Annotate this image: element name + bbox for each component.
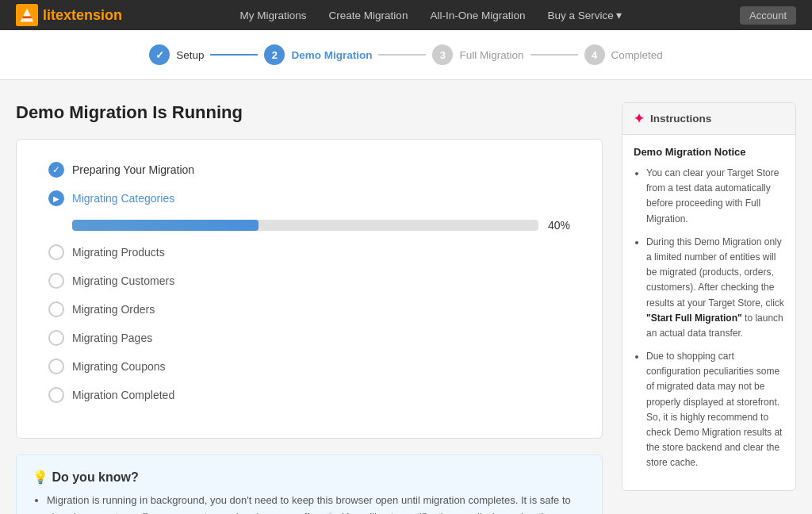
migration-box: ✓ Preparing Your Migration ▶ Migrating C…	[16, 139, 603, 439]
nav-links: My Migrations Create Migration All-In-On…	[146, 9, 716, 21]
step-1-label: Setup	[176, 49, 204, 61]
svg-rect-2	[22, 16, 31, 18]
progress-row: 40%	[72, 219, 570, 232]
mig-step-categories: ▶ Migrating Categories	[48, 190, 570, 206]
instructions-title: Instructions	[650, 113, 711, 125]
instructions-item-1: During this Demo Migration only a limite…	[646, 235, 784, 341]
mig-step-customers: Migrating Customers	[48, 273, 570, 289]
mig-label-5: Migrating Pages	[72, 332, 152, 344]
dyk-title: 💡 Do you know?	[33, 470, 586, 485]
progress-percent: 40%	[548, 219, 570, 232]
page-title: Demo Migration Is Running	[16, 102, 603, 123]
step-demo-migration: 2 Demo Migration	[264, 44, 372, 65]
mig-step-pages: Migrating Pages	[48, 330, 570, 346]
step-4-label: Completed	[611, 49, 663, 61]
progress-bar-bg	[72, 220, 538, 231]
nav-all-in-one[interactable]: All-In-One Migration	[430, 10, 525, 21]
notice-title: Demo Migration Notice	[634, 146, 784, 158]
brand-logo-icon	[16, 4, 38, 26]
mig-empty-icon-4	[48, 301, 64, 317]
stepper: ✓ Setup 2 Demo Migration 3 Full Migratio…	[0, 30, 812, 80]
mig-label-2: Migrating Products	[72, 246, 165, 259]
connector-1	[210, 54, 258, 56]
connector-3	[530, 54, 578, 56]
account-button[interactable]: Account	[740, 6, 796, 25]
mig-label-7: Migration Completed	[72, 389, 174, 401]
mig-empty-icon-5	[48, 330, 64, 346]
mig-label-6: Migrating Coupons	[72, 360, 166, 373]
sidebar: ✦ Instructions Demo Migration Notice You…	[622, 102, 796, 491]
mig-label-0: Preparing Your Migration	[72, 163, 194, 176]
mig-step-completed: Migration Completed	[48, 387, 570, 403]
nav-create-migration[interactable]: Create Migration	[329, 10, 408, 21]
step-2-circle: 2	[264, 44, 285, 65]
step-3-circle: 3	[432, 44, 453, 65]
dyk-item-1: Migration is running in background, you …	[47, 493, 586, 514]
mig-empty-icon-6	[48, 359, 64, 374]
dyk-text: Migration is running in background, you …	[33, 493, 586, 514]
mig-empty-icon-7	[48, 387, 64, 403]
step-3-label: Full Migration	[459, 49, 523, 61]
instructions-box: ✦ Instructions Demo Migration Notice You…	[622, 102, 796, 491]
mig-label-4: Migrating Orders	[72, 303, 155, 316]
mig-step-products: Migrating Products	[48, 244, 570, 260]
step-4-circle: 4	[584, 44, 605, 65]
did-you-know-box: 💡 Do you know? Migration is running in b…	[16, 455, 603, 514]
instructions-header: ✦ Instructions	[622, 103, 795, 135]
nav-buy-service[interactable]: Buy a Service ▾	[547, 9, 622, 21]
nav-my-migrations[interactable]: My Migrations	[240, 10, 307, 21]
instructions-icon: ✦	[634, 111, 644, 126]
mig-empty-icon-2	[48, 244, 64, 260]
content-area: Demo Migration Is Running ✓ Preparing Yo…	[16, 102, 603, 514]
mig-step-preparing: ✓ Preparing Your Migration	[48, 162, 570, 178]
progress-bar-fill	[72, 220, 259, 231]
step-1-circle: ✓	[149, 44, 170, 65]
instructions-body: Demo Migration Notice You can clear your…	[622, 135, 795, 490]
main-layout: Demo Migration Is Running ✓ Preparing Yo…	[0, 80, 812, 514]
mig-done-icon-0: ✓	[48, 162, 64, 178]
mig-step-orders: Migrating Orders	[48, 301, 570, 317]
brand-logo-link[interactable]: litextension	[16, 4, 122, 26]
instructions-list: You can clear your Target Store from a t…	[634, 166, 784, 471]
step-completed: 4 Completed	[584, 44, 663, 65]
mig-label-1: Migrating Categories	[72, 192, 174, 205]
mig-active-icon-1: ▶	[48, 190, 64, 206]
instructions-item-0: You can clear your Target Store from a t…	[646, 166, 784, 227]
navbar: litextension My Migrations Create Migrat…	[0, 0, 812, 30]
step-full-migration: 3 Full Migration	[432, 44, 523, 65]
mig-label-3: Migrating Customers	[72, 274, 174, 287]
step-setup: ✓ Setup	[149, 44, 204, 65]
mig-step-coupons: Migrating Coupons	[48, 359, 570, 374]
mig-empty-icon-3	[48, 273, 64, 289]
brand-name: litextension	[43, 7, 122, 24]
instructions-item-2: Due to shopping cart configuration pecul…	[646, 349, 784, 471]
connector-2	[378, 54, 426, 56]
step-2-label: Demo Migration	[291, 49, 372, 61]
